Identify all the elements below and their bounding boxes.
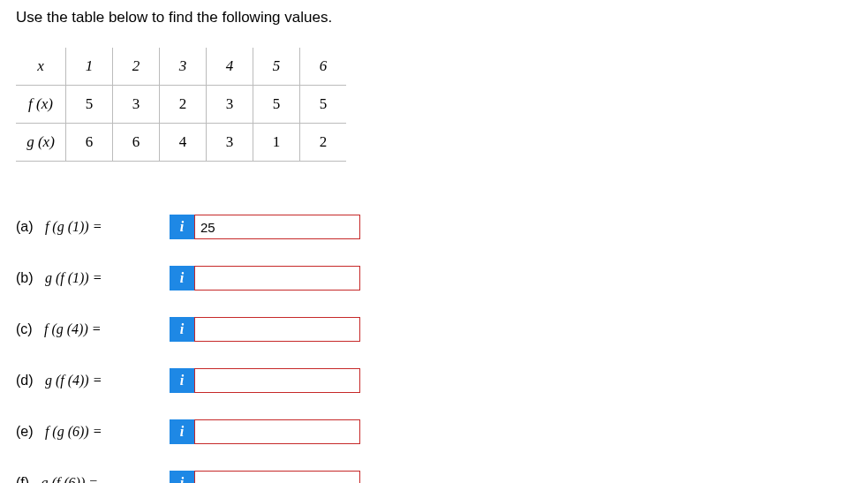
question-row-c: (c) f (g (4)) = i xyxy=(16,317,852,342)
info-icon[interactable]: i xyxy=(170,419,194,444)
table-cell: 6 xyxy=(300,48,347,86)
question-label: (a) f (g (1)) = xyxy=(16,219,170,235)
table-cell: 1 xyxy=(253,124,300,162)
table-cell: 3 xyxy=(113,86,160,124)
answer-input-e[interactable] xyxy=(194,419,360,444)
answer-input-b[interactable] xyxy=(194,266,360,291)
instruction-text: Use the table below to find the followin… xyxy=(16,9,852,26)
function-table: x 1 2 3 4 5 6 f (x) 5 3 2 3 5 5 g (x) 6 … xyxy=(16,48,346,162)
table-cell: 1 xyxy=(66,48,113,86)
question-label: (c) f (g (4)) = xyxy=(16,321,170,337)
table-cell: 2 xyxy=(113,48,160,86)
table-cell: 3 xyxy=(207,124,253,162)
question-label: (b) g (f (1)) = xyxy=(16,270,170,286)
table-f-row: f (x) 5 3 2 3 5 5 xyxy=(16,86,346,124)
question-row-d: (d) g (f (4)) = i xyxy=(16,368,852,393)
table-cell: 3 xyxy=(160,48,207,86)
answer-input-a[interactable] xyxy=(194,215,360,239)
info-icon[interactable]: i xyxy=(170,471,194,483)
info-icon[interactable]: i xyxy=(170,317,194,342)
table-cell: 5 xyxy=(66,86,113,124)
table-cell: 5 xyxy=(300,86,347,124)
table-g-row: g (x) 6 6 4 3 1 2 xyxy=(16,124,346,162)
info-icon[interactable]: i xyxy=(170,215,194,239)
question-label: (f) g (f (6)) = xyxy=(16,475,170,483)
table-cell: f (x) xyxy=(16,86,66,124)
question-row-a: (a) f (g (1)) = i xyxy=(16,215,852,239)
table-cell: 3 xyxy=(207,86,253,124)
question-label: (e) f (g (6)) = xyxy=(16,424,170,440)
table-cell: 2 xyxy=(300,124,347,162)
table-cell: 4 xyxy=(207,48,253,86)
table-cell: g (x) xyxy=(16,124,66,162)
table-cell: 6 xyxy=(66,124,113,162)
table-cell: 6 xyxy=(113,124,160,162)
info-icon[interactable]: i xyxy=(170,266,194,291)
question-row-e: (e) f (g (6)) = i xyxy=(16,419,852,444)
answer-input-d[interactable] xyxy=(194,368,360,393)
table-cell: 2 xyxy=(160,86,207,124)
question-row-b: (b) g (f (1)) = i xyxy=(16,266,852,291)
table-header-row: x 1 2 3 4 5 6 xyxy=(16,48,346,86)
table-cell: 4 xyxy=(160,124,207,162)
table-cell: 5 xyxy=(253,86,300,124)
table-cell: 5 xyxy=(253,48,300,86)
answer-input-c[interactable] xyxy=(194,317,360,342)
question-row-f: (f) g (f (6)) = i xyxy=(16,471,852,483)
table-cell: x xyxy=(16,48,66,86)
info-icon[interactable]: i xyxy=(170,368,194,393)
question-label: (d) g (f (4)) = xyxy=(16,373,170,389)
answer-input-f[interactable] xyxy=(194,471,360,483)
